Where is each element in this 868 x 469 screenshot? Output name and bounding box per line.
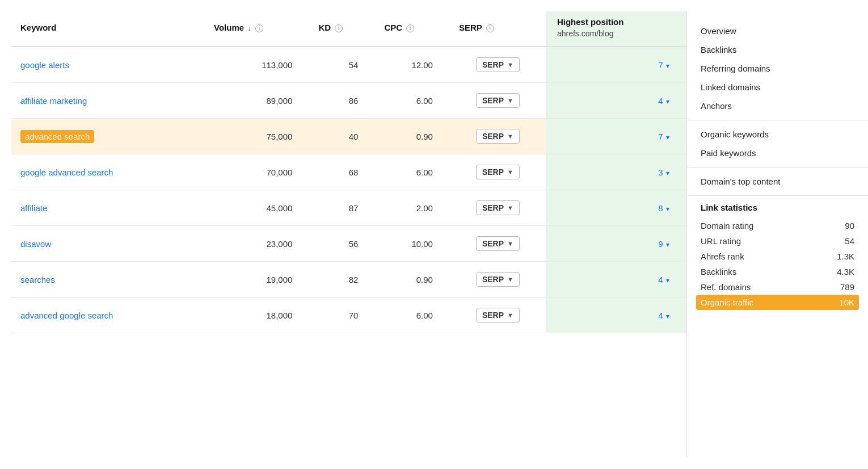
position-arrow: ▾ — [664, 241, 669, 249]
cell-serp: SERP▼ — [450, 154, 546, 190]
position-arrow: ▾ — [664, 133, 669, 141]
serp-button[interactable]: SERP▼ — [476, 272, 520, 287]
serp-label: SERP — [482, 60, 504, 69]
table-row: affiliate marketing89,000866.00SERP▼4 ▾ — [11, 83, 686, 119]
position-arrow: ▾ — [664, 277, 669, 284]
cell-volume: 45,000 — [205, 190, 309, 226]
table-row: searches19,000820.90SERP▼4 ▾ — [11, 262, 686, 298]
serp-button[interactable]: SERP▼ — [476, 93, 520, 108]
cell-volume: 75,000 — [205, 119, 309, 154]
serp-button[interactable]: SERP▼ — [476, 57, 520, 72]
serp-label: SERP — [482, 275, 504, 284]
cell-highest-position: 9 ▾ — [546, 226, 686, 262]
position-arrow: ▾ — [664, 205, 669, 213]
cell-highest-position: 4 ▾ — [546, 262, 686, 298]
keyword-table: Keyword Volume ↓ i KD i CPC i — [11, 11, 686, 333]
cell-keyword: affiliate — [11, 190, 205, 226]
menu-section-2: Organic keywords Paid keywords — [687, 120, 868, 168]
cell-keyword: searches — [11, 262, 205, 298]
position-value: 4 — [658, 275, 663, 284]
table-row: google advanced search70,000686.00SERP▼3… — [11, 154, 686, 190]
serp-button[interactable]: SERP▼ — [476, 308, 520, 323]
keyword-link[interactable]: google alerts — [20, 60, 69, 70]
cell-highest-position: 4 ▾ — [546, 83, 686, 119]
right-panel: Overview Backlinks Referring domains Lin… — [686, 11, 868, 458]
cell-highest-position: 7 ▾ — [546, 119, 686, 154]
serp-dropdown-arrow: ▼ — [507, 61, 513, 68]
menu-item-domain-top-content[interactable]: Domain's top content — [687, 172, 868, 191]
info-icon-volume[interactable]: i — [255, 24, 263, 32]
position-value: 7 — [658, 60, 663, 70]
stat-row: Ahrefs rank1.3K — [701, 249, 854, 264]
cell-serp: SERP▼ — [450, 47, 546, 83]
menu-item-anchors[interactable]: Anchors — [687, 97, 868, 115]
stat-value: 789 — [840, 282, 854, 292]
cell-keyword: google alerts — [11, 47, 205, 83]
menu-item-organic-keywords[interactable]: Organic keywords — [687, 125, 868, 144]
info-icon-cpc[interactable]: i — [406, 24, 414, 32]
col-header-volume[interactable]: Volume ↓ i — [205, 11, 309, 47]
col-header-kd: KD i — [309, 11, 375, 47]
stat-value: 54 — [845, 236, 854, 246]
position-arrow: ▾ — [664, 62, 669, 70]
serp-label: SERP — [482, 168, 504, 177]
menu-item-referring-domains[interactable]: Referring domains — [687, 59, 868, 78]
cell-volume: 113,000 — [205, 47, 309, 83]
cell-highest-position: 7 ▾ — [546, 47, 686, 83]
stat-value: 10K — [839, 298, 854, 307]
table-row: disavow23,0005610.00SERP▼9 ▾ — [11, 226, 686, 262]
col-header-serp: SERP i — [450, 11, 546, 47]
stat-label: Ahrefs rank — [701, 252, 744, 261]
serp-button[interactable]: SERP▼ — [476, 165, 520, 179]
cell-keyword: advanced search — [11, 119, 205, 154]
stat-value: 1.3K — [837, 252, 854, 261]
cell-kd: 56 — [309, 226, 375, 262]
serp-dropdown-arrow: ▼ — [507, 133, 513, 140]
stat-label: Backlinks — [701, 267, 736, 277]
cell-cpc: 2.00 — [375, 190, 450, 226]
menu-item-overview[interactable]: Overview — [687, 22, 868, 40]
menu-item-backlinks[interactable]: Backlinks — [687, 40, 868, 59]
keyword-highlighted[interactable]: advanced search — [20, 130, 94, 143]
serp-button[interactable]: SERP▼ — [476, 200, 520, 215]
cell-cpc: 6.00 — [375, 298, 450, 333]
cell-cpc: 0.90 — [375, 262, 450, 298]
stat-value: 90 — [845, 221, 854, 231]
menu-item-linked-domains[interactable]: Linked domains — [687, 78, 868, 97]
stat-label: Domain rating — [701, 221, 753, 231]
cell-kd: 40 — [309, 119, 375, 154]
col-header-cpc: CPC i — [375, 11, 450, 47]
cell-serp: SERP▼ — [450, 262, 546, 298]
stat-row: Backlinks4.3K — [701, 264, 854, 279]
serp-label: SERP — [482, 203, 504, 212]
cell-kd: 87 — [309, 190, 375, 226]
table-row: advanced search75,000400.90SERP▼7 ▾ — [11, 119, 686, 154]
menu-item-paid-keywords[interactable]: Paid keywords — [687, 144, 868, 162]
position-arrow: ▾ — [664, 312, 669, 320]
keyword-link[interactable]: searches — [20, 275, 55, 284]
position-value: 4 — [658, 96, 663, 106]
keyword-link[interactable]: affiliate marketing — [20, 96, 87, 106]
position-value: 9 — [658, 239, 663, 249]
serp-button[interactable]: SERP▼ — [476, 129, 520, 144]
info-icon-serp[interactable]: i — [486, 24, 494, 32]
keyword-link[interactable]: google advanced search — [20, 168, 113, 177]
info-icon-kd[interactable]: i — [335, 24, 343, 32]
cell-kd: 54 — [309, 47, 375, 83]
position-arrow: ▾ — [664, 169, 669, 177]
stat-row: Domain rating90 — [701, 218, 854, 233]
cell-kd: 82 — [309, 262, 375, 298]
cell-kd: 86 — [309, 83, 375, 119]
link-stats-title: Link statistics — [701, 203, 854, 212]
stat-label: Organic traffic — [701, 298, 753, 307]
table-row: affiliate45,000872.00SERP▼8 ▾ — [11, 190, 686, 226]
table-row: advanced google search18,000706.00SERP▼4… — [11, 298, 686, 333]
cell-volume: 89,000 — [205, 83, 309, 119]
keyword-link[interactable]: affiliate — [20, 203, 47, 213]
serp-dropdown-arrow: ▼ — [507, 97, 513, 104]
keyword-link[interactable]: disavow — [20, 239, 51, 249]
table-row: google alerts113,0005412.00SERP▼7 ▾ — [11, 47, 686, 83]
sort-arrow-volume: ↓ — [247, 24, 251, 32]
keyword-link[interactable]: advanced google search — [20, 311, 113, 320]
serp-button[interactable]: SERP▼ — [476, 236, 520, 251]
